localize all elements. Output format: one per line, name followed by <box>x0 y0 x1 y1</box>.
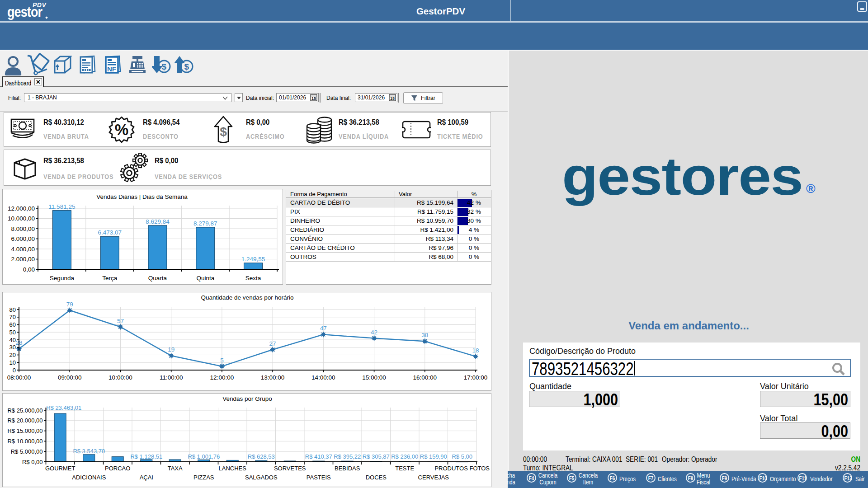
svg-text:60: 60 <box>9 321 16 328</box>
svg-text:R$ 395,22: R$ 395,22 <box>334 453 361 460</box>
svg-text:ADICIONAIS: ADICIONAIS <box>72 474 106 481</box>
svg-text:6.473,07: 6.473,07 <box>98 229 122 236</box>
svg-text:$: $ <box>162 62 167 71</box>
svg-text:40: 40 <box>9 337 16 343</box>
svg-text:R$ 10.000,00: R$ 10.000,00 <box>7 438 42 445</box>
svg-text:R$ 5,00: R$ 5,00 <box>452 453 472 460</box>
svg-text:5: 5 <box>220 357 224 364</box>
svg-text:79: 79 <box>66 301 73 308</box>
svg-text:10:00:00: 10:00:00 <box>108 374 132 381</box>
svg-text:Vendas Diárias | Dias da Seman: Vendas Diárias | Dias da Semana <box>96 193 188 200</box>
svg-text:16:00:00: 16:00:00 <box>413 374 437 381</box>
svg-text:PRODUTOS FOTOS: PRODUTOS FOTOS <box>434 465 490 472</box>
svg-text:15:00:00: 15:00:00 <box>362 374 386 381</box>
svg-text:R$ 15.000,00: R$ 15.000,00 <box>7 427 42 434</box>
svg-text:$: $ <box>184 62 189 71</box>
svg-text:15: 15 <box>311 96 316 101</box>
svg-text:Quarta: Quarta <box>148 275 167 282</box>
svg-text:47: 47 <box>320 325 327 332</box>
svg-text:SORVETES: SORVETES <box>274 465 306 472</box>
svg-text:50: 50 <box>9 329 16 336</box>
svg-text:TAXA: TAXA <box>168 465 183 472</box>
svg-text:NF: NF <box>107 65 116 73</box>
svg-text:R$ 5.000,00: R$ 5.000,00 <box>11 448 43 455</box>
svg-text:R$ 1.001,76: R$ 1.001,76 <box>188 453 220 460</box>
svg-text:57: 57 <box>117 318 124 324</box>
svg-text:PORCAO: PORCAO <box>105 465 130 472</box>
svg-text:80: 80 <box>9 306 16 313</box>
svg-text:SALGADOS: SALGADOS <box>245 474 278 481</box>
svg-text:%: % <box>115 121 128 138</box>
svg-text:Vendas por Grupo: Vendas por Grupo <box>222 395 272 402</box>
svg-text:19: 19 <box>168 346 175 353</box>
svg-text:2.000,00: 2.000,00 <box>11 256 35 263</box>
svg-text:0,00: 0,00 <box>23 266 35 273</box>
svg-text:8.629,84: 8.629,84 <box>146 218 170 225</box>
svg-text:AÇAI: AÇAI <box>140 474 153 481</box>
svg-text:Segunda: Segunda <box>50 275 75 282</box>
svg-text:TESTE: TESTE <box>395 465 414 472</box>
svg-text:BEBIDAS: BEBIDAS <box>335 465 360 472</box>
svg-text:R$ 410,37: R$ 410,37 <box>305 453 332 460</box>
svg-text:12:00:00: 12:00:00 <box>210 374 234 381</box>
svg-text:Quantidade de vendas por horár: Quantidade de vendas por horário <box>201 294 294 301</box>
svg-text:09:00:00: 09:00:00 <box>58 374 82 381</box>
svg-text:4.000,00: 4.000,00 <box>11 246 35 253</box>
svg-text:Terça: Terça <box>102 275 118 282</box>
svg-text:8.279,87: 8.279,87 <box>193 220 217 227</box>
svg-text:Quinta: Quinta <box>196 275 214 282</box>
svg-text:17:00:00: 17:00:00 <box>464 374 488 381</box>
svg-text:R$ 20.000,00: R$ 20.000,00 <box>7 417 42 424</box>
svg-text:R$ 628,53: R$ 628,53 <box>248 453 275 460</box>
svg-text:R$ 305,87: R$ 305,87 <box>363 453 390 460</box>
svg-text:0: 0 <box>13 367 16 374</box>
svg-text:R$ 159,90: R$ 159,90 <box>420 453 447 460</box>
svg-text:11:00:00: 11:00:00 <box>160 374 183 381</box>
svg-text:PASTEIS: PASTEIS <box>307 474 331 481</box>
svg-text:14:00:00: 14:00:00 <box>311 374 335 381</box>
svg-text:DOCES: DOCES <box>366 474 387 481</box>
svg-text:R$ 3.543,70: R$ 3.543,70 <box>73 448 105 455</box>
svg-text:08:00:00: 08:00:00 <box>7 374 31 381</box>
svg-text:18: 18 <box>472 347 479 354</box>
svg-text:10.000,00: 10.000,00 <box>8 215 35 222</box>
svg-text:1.249,55: 1.249,55 <box>241 256 265 263</box>
svg-text:R$ 1.128,51: R$ 1.128,51 <box>130 453 162 460</box>
svg-text:8.000,00: 8.000,00 <box>11 225 35 232</box>
svg-text:10: 10 <box>9 359 16 366</box>
svg-text:11.581,25: 11.581,25 <box>48 203 75 210</box>
svg-text:70: 70 <box>9 314 16 320</box>
svg-text:R$ 23.463,01: R$ 23.463,01 <box>46 404 81 411</box>
svg-text:13:00:00: 13:00:00 <box>261 374 285 381</box>
svg-text:PIZZAS: PIZZAS <box>193 474 214 481</box>
svg-text:15: 15 <box>390 96 395 101</box>
svg-text:LANCHES: LANCHES <box>218 465 246 472</box>
svg-text:GOURMET: GOURMET <box>45 465 75 472</box>
svg-text:20: 20 <box>9 352 16 358</box>
svg-text:42: 42 <box>371 329 377 336</box>
svg-text:Sexta: Sexta <box>245 275 261 282</box>
svg-text:27: 27 <box>269 340 276 347</box>
svg-text:30: 30 <box>9 344 16 351</box>
svg-text:R$ 0,00: R$ 0,00 <box>22 459 43 465</box>
svg-text:CERVEJAS: CERVEJAS <box>418 474 449 481</box>
svg-text:38: 38 <box>421 332 428 338</box>
svg-text:R$ 25.000,00: R$ 25.000,00 <box>7 407 42 414</box>
svg-text:6.000,00: 6.000,00 <box>11 235 35 242</box>
svg-text:R$ 236,00: R$ 236,00 <box>391 453 418 460</box>
svg-text:12.000,00: 12.000,00 <box>8 205 35 212</box>
svg-text:$: $ <box>220 125 227 139</box>
